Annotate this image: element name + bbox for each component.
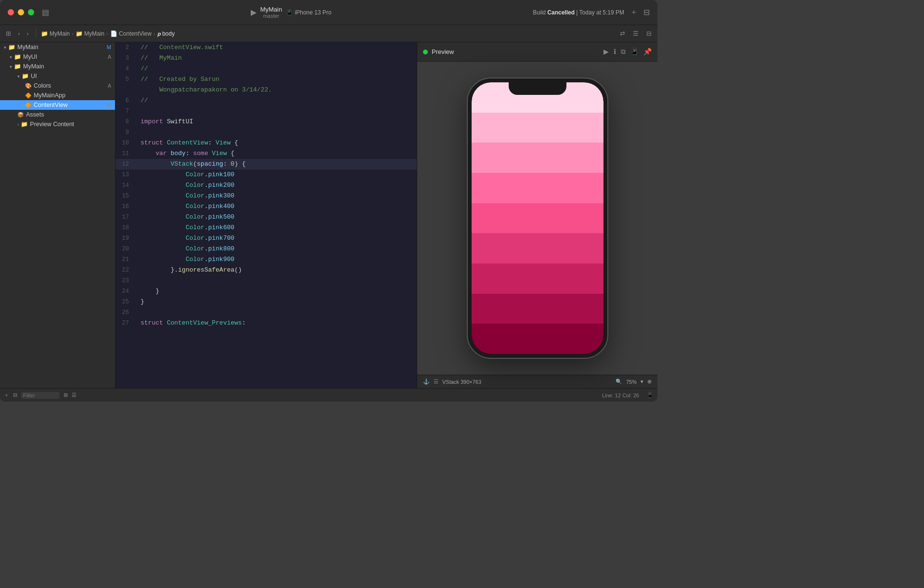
folder-icon: 📁 — [14, 63, 21, 70]
library-icon[interactable]: ⊟ — [644, 29, 654, 38]
line-number: 23 — [116, 275, 135, 286]
sidebar-item-mymainapp[interactable]: 🔶 MyMainApp — [0, 91, 115, 100]
color-strip-pink600 — [472, 233, 603, 263]
preview-content — [417, 62, 657, 375]
color-strip-pink300 — [472, 143, 603, 173]
filter-icon[interactable]: ⊟ — [13, 392, 17, 398]
swift-icon: 🔶 — [25, 102, 32, 108]
preview-zoom-controls: 🔍 75% ▾ ⊕ — [616, 379, 652, 385]
split-view-icon[interactable]: ⊟ — [643, 8, 650, 17]
sidebar-badge: A — [108, 83, 111, 89]
breadcrumb-mymain[interactable]: 📁 MyMain — [76, 30, 104, 37]
navigator-toggle-icon[interactable]: ⊞ — [4, 29, 13, 38]
preview-label: Preview — [432, 48, 454, 55]
sidebar-label: ContentView — [34, 102, 68, 108]
chevron-down-icon: ▾ — [10, 54, 12, 60]
line-number: 16 — [116, 201, 135, 212]
breadcrumb-contentview[interactable]: 📄 ContentView — [110, 30, 152, 37]
toolbar-divider — [36, 29, 36, 39]
zoom-out-icon[interactable]: 🔍 — [616, 379, 622, 385]
preview-toolbar: Preview ▶ ℹ ⧉ 📱 📌 — [417, 42, 657, 62]
sidebar-label: Assets — [26, 111, 44, 118]
folder-icon: 📁 — [14, 53, 21, 60]
code-line: 6 // — [116, 95, 417, 106]
code-content: Color.pink300 — [137, 191, 234, 201]
sidebar-item-colors[interactable]: 🎨 Colors A — [0, 81, 115, 91]
sidebar-item-mymain-root[interactable]: ▾ 📁 MyMain M — [0, 42, 115, 52]
zoom-level[interactable]: 75% — [626, 379, 637, 385]
code-content: } — [137, 297, 144, 307]
code-content: // — [137, 95, 148, 106]
inspector-toggle-icon[interactable]: ☰ — [631, 29, 641, 38]
color-strip-pink800 — [472, 294, 603, 324]
code-content: Color.pink700 — [137, 233, 234, 244]
code-content: Wongpatcharapakorn on 3/14/22. — [137, 85, 272, 95]
play-button[interactable]: ▶ — [251, 8, 257, 17]
sidebar-item-myui[interactable]: ▾ 📁 MyUI A — [0, 52, 115, 62]
breadcrumb-body[interactable]: 𝙥 body — [157, 30, 175, 37]
sidebar: ▾ 📁 MyMain M ▾ 📁 MyUI A ▾ 📁 MyMain ▾ 📁 U… — [0, 42, 116, 388]
code-line: 25 } — [116, 297, 417, 307]
line-number: 12 — [116, 159, 135, 170]
code-line: 17 Color.pink500 — [116, 212, 417, 222]
code-content: // — [137, 64, 148, 74]
asset-catalog-icon: 📦 — [17, 112, 24, 118]
sidebar-item-ui[interactable]: ▾ 📁 UI — [0, 71, 115, 81]
code-line: 15 Color.pink300 — [116, 191, 417, 201]
code-content: var body: some View { — [137, 148, 234, 159]
editor-layout-icon[interactable]: ⇄ — [618, 29, 627, 38]
breadcrumb-mymain-folder[interactable]: 📁 MyMain — [41, 30, 70, 37]
asset-icon: 🎨 — [25, 83, 32, 89]
code-content: struct ContentView_Previews: — [137, 318, 245, 328]
add-file-icon[interactable]: ＋ — [4, 392, 9, 399]
preview-anchor-icon[interactable]: ⚓ — [423, 379, 430, 385]
line-number: 2 — [116, 42, 135, 53]
line-number: 25 — [116, 297, 135, 307]
preview-device-icon[interactable]: 📱 — [630, 48, 639, 56]
code-line: 16 Color.pink400 — [116, 201, 417, 212]
sidebar-toggle-icon[interactable]: ▤ — [42, 8, 49, 17]
color-strip-pink500 — [472, 203, 603, 234]
code-content: Color.pink800 — [137, 244, 234, 254]
preview-pin-icon[interactable]: 📌 — [643, 48, 652, 56]
sidebar-badge: M — [107, 102, 111, 108]
code-line: 14 Color.pink200 — [116, 180, 417, 191]
zoom-reset-icon[interactable]: ⊕ — [647, 379, 652, 385]
zoom-chevron-icon[interactable]: ▾ — [641, 379, 643, 385]
project-name: MyMain — [260, 6, 282, 13]
close-button[interactable] — [8, 9, 14, 15]
preview-play-icon[interactable]: ▶ — [603, 48, 609, 56]
minimize-button[interactable] — [18, 9, 24, 15]
code-line: 18 Color.pink600 — [116, 222, 417, 233]
title-bar: ▤ ▶ MyMain master 📱 iPhone 13 Pro Build … — [0, 0, 657, 25]
color-strip-pink400 — [472, 173, 603, 203]
preview-inspect-icon[interactable]: ℹ — [614, 48, 616, 56]
sidebar-item-contentview[interactable]: 🔶 ContentView M — [0, 100, 115, 110]
forward-icon[interactable]: › — [25, 29, 30, 38]
fullscreen-button[interactable] — [28, 9, 34, 15]
preview-stack-icon: ☰ — [434, 379, 438, 385]
back-icon[interactable]: ‹ — [16, 29, 22, 38]
sidebar-item-mymain[interactable]: ▾ 📁 MyMain — [0, 62, 115, 71]
device-selector[interactable]: 📱 iPhone 13 Pro — [286, 9, 331, 16]
line-number: 7 — [116, 106, 135, 117]
code-content: // Created by Sarun — [137, 74, 219, 85]
add-icon[interactable]: ＋ — [630, 7, 638, 17]
line-number: 6 — [116, 95, 135, 106]
sidebar-label: MyMain — [23, 63, 44, 70]
filter-input[interactable] — [21, 392, 60, 399]
code-content: }.ignoresSafeArea() — [137, 265, 242, 275]
sidebar-item-preview-content[interactable]: › 📁 Preview Content — [0, 119, 115, 129]
list-view-icon[interactable]: ☰ — [72, 392, 77, 398]
code-area[interactable]: 2 // ContentView.swift 3 // MyMain 4 // … — [116, 42, 417, 388]
preview-duplicate-icon[interactable]: ⧉ — [621, 48, 626, 56]
line-number: 13 — [116, 170, 135, 180]
grid-view-icon[interactable]: ⊞ — [64, 392, 68, 398]
code-line: 9 — [116, 127, 417, 138]
sidebar-item-assets[interactable]: 📦 Assets — [0, 110, 115, 119]
line-number: 10 — [116, 138, 135, 148]
code-line: 26 — [116, 307, 417, 318]
bottom-bar: ＋ ⊟ ⊞ ☰ Line: 12 Col: 26 📱 — [0, 388, 657, 402]
line-number: 24 — [116, 286, 135, 297]
color-strip-pink900 — [472, 324, 603, 354]
